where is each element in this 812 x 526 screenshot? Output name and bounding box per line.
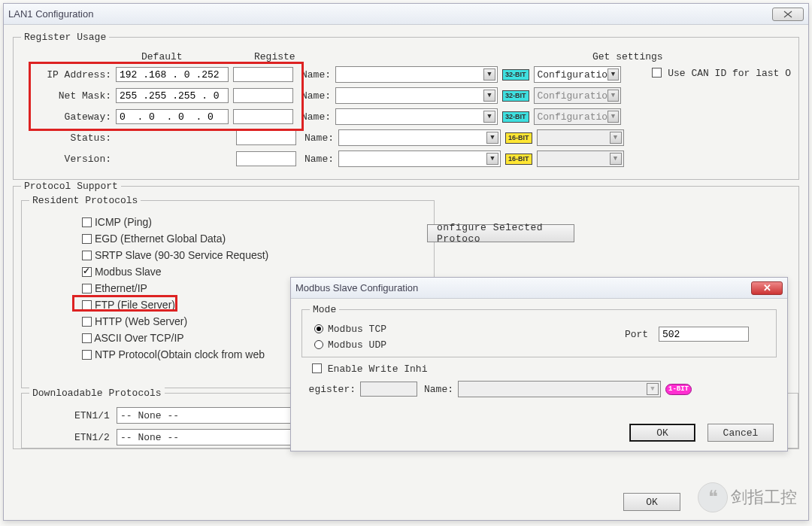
mode-legend: Mode <box>310 304 339 315</box>
port-label: Port <box>625 329 648 340</box>
register-label: egister: <box>306 384 356 395</box>
protocol-checkbox[interactable] <box>82 284 92 293</box>
bit-1-badge: 1-BIT <box>665 384 692 395</box>
protocol-checkbox[interactable] <box>82 267 92 277</box>
bit-badge: 32-BIT <box>502 90 529 102</box>
default-input[interactable] <box>116 109 229 124</box>
protocol-label: HTTP (Web Server) <box>95 315 187 327</box>
getsettings-select[interactable]: Configuratio▼ <box>534 66 621 83</box>
etn2-label: ETN1/2 <box>74 432 112 443</box>
chevron-down-icon: ▼ <box>483 111 495 123</box>
use-can-checkbox[interactable] <box>652 68 662 78</box>
name-label: Name: <box>301 132 334 144</box>
getsettings-select: ▼ <box>537 151 624 167</box>
chevron-down-icon: ▼ <box>610 153 622 165</box>
protocol-checkbox[interactable] <box>82 317 92 327</box>
protocol-label: FTP (File Server) <box>95 299 175 311</box>
name-select[interactable]: ▼ <box>338 151 501 167</box>
name-select[interactable]: ▼ <box>335 66 498 83</box>
name-select[interactable]: ▼ <box>338 129 501 146</box>
main-titlebar: LAN1 Configuration <box>4 4 808 25</box>
register-usage-legend: Register Usage <box>21 32 109 43</box>
register-input <box>360 382 417 397</box>
dialog-ok-button[interactable]: OK <box>629 424 695 442</box>
chevron-down-icon: ▼ <box>486 132 498 144</box>
protocol-checkbox[interactable] <box>82 350 92 360</box>
mode-tcp-label: Modbus TCP <box>328 324 386 335</box>
col-getsettings: Get settings <box>592 51 663 62</box>
getsettings-select: Configuratio▼ <box>534 108 621 125</box>
enable-write-label: Enable Write Inhi <box>328 363 428 375</box>
register-input[interactable] <box>233 109 293 124</box>
protocol-support-legend: Protocol Support <box>21 181 121 192</box>
chevron-down-icon: ▼ <box>607 68 618 81</box>
protocol-checkbox[interactable] <box>82 217 92 227</box>
name-label: Name: <box>301 154 334 165</box>
enable-write-checkbox[interactable] <box>312 363 322 373</box>
chevron-down-icon: ▼ <box>486 153 498 165</box>
bit-badge: 16-BIT <box>505 154 532 165</box>
reg-label: IP Address: <box>21 69 111 81</box>
mode-tcp-radio[interactable] <box>314 324 323 333</box>
main-title: LAN1 Configuration <box>8 8 93 20</box>
port-input[interactable] <box>659 327 749 342</box>
reg-label: Net Mask: <box>21 90 111 102</box>
name-label: Name: <box>298 69 331 81</box>
protocol-label: ASCII Over TCP/IP <box>94 332 184 344</box>
col-default: Default <box>141 51 183 62</box>
chevron-down-icon: ▼ <box>647 383 659 395</box>
chevron-down-icon: ▼ <box>483 90 495 102</box>
main-close-button[interactable] <box>772 8 804 21</box>
chevron-down-icon: ▼ <box>607 111 618 123</box>
etn1-label: ETN1/1 <box>74 410 112 421</box>
protocol-label: Modbus Slave <box>95 266 162 278</box>
register-input[interactable] <box>233 88 293 103</box>
chevron-down-icon: ▼ <box>483 68 495 81</box>
reg-label: Status: <box>21 132 111 144</box>
bit-badge: 32-BIT <box>502 69 529 81</box>
protocol-checkbox[interactable] <box>82 234 92 244</box>
reg-label: Version: <box>21 154 111 165</box>
mode-udp-radio[interactable] <box>314 340 323 349</box>
col-register: Registe <box>254 51 295 62</box>
default-input[interactable] <box>116 67 229 82</box>
mode-udp-label: Modbus UDP <box>328 339 386 351</box>
resident-protocols-legend: Resident Protocols <box>29 195 141 206</box>
getsettings-select: Configuratio▼ <box>534 87 621 104</box>
dialog-name-label: Name: <box>422 384 453 395</box>
dialog-title: Modbus Slave Configuration <box>295 282 418 293</box>
protocol-checkbox[interactable] <box>82 333 92 343</box>
protocol-label: Ethernet/IP <box>95 282 147 294</box>
dialog-close-button[interactable]: ✕ <box>751 281 783 295</box>
chevron-down-icon: ▼ <box>610 132 622 144</box>
protocol-checkbox[interactable] <box>82 251 92 260</box>
name-label: Name: <box>298 90 331 102</box>
chevron-down-icon: ▼ <box>607 90 618 102</box>
reg-label: Gateway: <box>21 111 111 123</box>
downloadable-protocols-legend: Downloadable Protocols <box>29 388 165 399</box>
name-select[interactable]: ▼ <box>335 87 498 104</box>
protocol-label: SRTP Slave (90-30 Service Request) <box>95 249 268 261</box>
configure-protocol-button[interactable]: onfigure Selected Protoco <box>427 224 574 242</box>
dialog-name-select: ▼ <box>458 381 661 397</box>
dialog-titlebar: Modbus Slave Configuration ✕ <box>291 278 787 299</box>
default-input[interactable] <box>116 88 229 103</box>
protocol-checkbox[interactable] <box>82 300 92 310</box>
dialog-cancel-button[interactable]: Cancel <box>707 424 774 442</box>
register-input[interactable] <box>236 130 296 145</box>
register-input[interactable] <box>233 67 293 82</box>
protocol-label: NTP Protocol(Obtain clock from web <box>95 348 265 360</box>
name-label: Name: <box>298 111 331 123</box>
bit-badge: 16-BIT <box>505 132 532 144</box>
main-ok-button[interactable]: OK <box>623 493 680 511</box>
getsettings-select: ▼ <box>537 129 624 146</box>
protocol-label: ICMP (Ping) <box>95 216 152 228</box>
use-can-label: Use CAN ID for last O <box>668 68 791 79</box>
protocol-label: EGD (Ethernet Global Data) <box>95 233 226 245</box>
name-select[interactable]: ▼ <box>335 108 498 125</box>
register-input[interactable] <box>236 151 296 166</box>
bit-badge: 32-BIT <box>502 111 529 123</box>
